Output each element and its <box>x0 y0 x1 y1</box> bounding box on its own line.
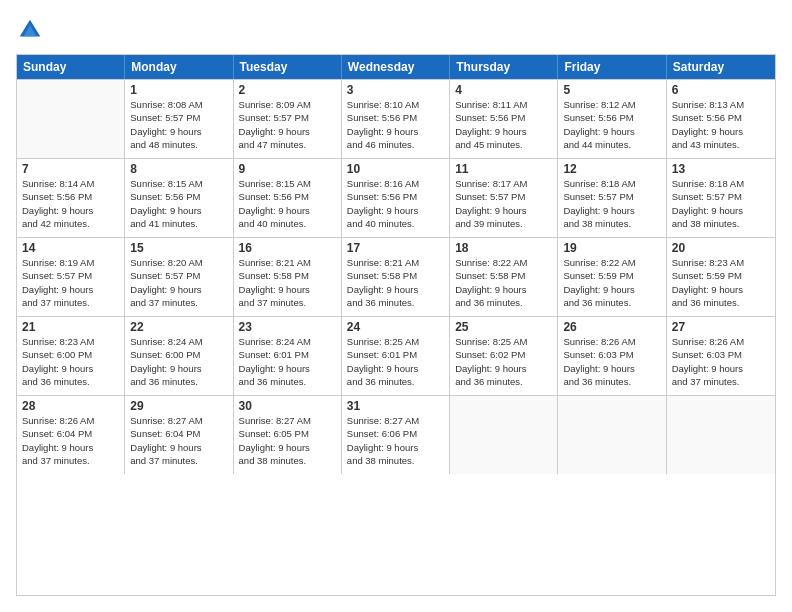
day-number: 31 <box>347 399 444 413</box>
calendar-row-1: 1Sunrise: 8:08 AM Sunset: 5:57 PM Daylig… <box>17 79 775 158</box>
day-cell-20: 20Sunrise: 8:23 AM Sunset: 5:59 PM Dayli… <box>667 238 775 316</box>
day-info: Sunrise: 8:18 AM Sunset: 5:57 PM Dayligh… <box>563 177 660 230</box>
day-cell-15: 15Sunrise: 8:20 AM Sunset: 5:57 PM Dayli… <box>125 238 233 316</box>
day-cell-25: 25Sunrise: 8:25 AM Sunset: 6:02 PM Dayli… <box>450 317 558 395</box>
day-number: 29 <box>130 399 227 413</box>
day-number: 12 <box>563 162 660 176</box>
calendar-row-2: 7Sunrise: 8:14 AM Sunset: 5:56 PM Daylig… <box>17 158 775 237</box>
day-cell-8: 8Sunrise: 8:15 AM Sunset: 5:56 PM Daylig… <box>125 159 233 237</box>
day-info: Sunrise: 8:09 AM Sunset: 5:57 PM Dayligh… <box>239 98 336 151</box>
day-cell-3: 3Sunrise: 8:10 AM Sunset: 5:56 PM Daylig… <box>342 80 450 158</box>
logo-icon <box>16 16 44 44</box>
day-cell-12: 12Sunrise: 8:18 AM Sunset: 5:57 PM Dayli… <box>558 159 666 237</box>
header-day-saturday: Saturday <box>667 55 775 79</box>
calendar-row-3: 14Sunrise: 8:19 AM Sunset: 5:57 PM Dayli… <box>17 237 775 316</box>
day-cell-1: 1Sunrise: 8:08 AM Sunset: 5:57 PM Daylig… <box>125 80 233 158</box>
day-number: 22 <box>130 320 227 334</box>
day-number: 18 <box>455 241 552 255</box>
calendar: SundayMondayTuesdayWednesdayThursdayFrid… <box>16 54 776 596</box>
calendar-header: SundayMondayTuesdayWednesdayThursdayFrid… <box>17 55 775 79</box>
day-cell-18: 18Sunrise: 8:22 AM Sunset: 5:58 PM Dayli… <box>450 238 558 316</box>
day-cell-11: 11Sunrise: 8:17 AM Sunset: 5:57 PM Dayli… <box>450 159 558 237</box>
day-cell-27: 27Sunrise: 8:26 AM Sunset: 6:03 PM Dayli… <box>667 317 775 395</box>
day-cell-17: 17Sunrise: 8:21 AM Sunset: 5:58 PM Dayli… <box>342 238 450 316</box>
day-number: 5 <box>563 83 660 97</box>
day-cell-26: 26Sunrise: 8:26 AM Sunset: 6:03 PM Dayli… <box>558 317 666 395</box>
day-info: Sunrise: 8:27 AM Sunset: 6:05 PM Dayligh… <box>239 414 336 467</box>
day-cell-5: 5Sunrise: 8:12 AM Sunset: 5:56 PM Daylig… <box>558 80 666 158</box>
day-number: 14 <box>22 241 119 255</box>
day-cell-22: 22Sunrise: 8:24 AM Sunset: 6:00 PM Dayli… <box>125 317 233 395</box>
day-cell-28: 28Sunrise: 8:26 AM Sunset: 6:04 PM Dayli… <box>17 396 125 474</box>
day-cell-4: 4Sunrise: 8:11 AM Sunset: 5:56 PM Daylig… <box>450 80 558 158</box>
day-cell-13: 13Sunrise: 8:18 AM Sunset: 5:57 PM Dayli… <box>667 159 775 237</box>
day-number: 23 <box>239 320 336 334</box>
day-info: Sunrise: 8:21 AM Sunset: 5:58 PM Dayligh… <box>347 256 444 309</box>
day-cell-19: 19Sunrise: 8:22 AM Sunset: 5:59 PM Dayli… <box>558 238 666 316</box>
calendar-row-5: 28Sunrise: 8:26 AM Sunset: 6:04 PM Dayli… <box>17 395 775 474</box>
day-number: 27 <box>672 320 770 334</box>
day-number: 10 <box>347 162 444 176</box>
day-cell-2: 2Sunrise: 8:09 AM Sunset: 5:57 PM Daylig… <box>234 80 342 158</box>
day-cell-empty <box>17 80 125 158</box>
calendar-row-4: 21Sunrise: 8:23 AM Sunset: 6:00 PM Dayli… <box>17 316 775 395</box>
day-cell-14: 14Sunrise: 8:19 AM Sunset: 5:57 PM Dayli… <box>17 238 125 316</box>
day-info: Sunrise: 8:10 AM Sunset: 5:56 PM Dayligh… <box>347 98 444 151</box>
day-info: Sunrise: 8:14 AM Sunset: 5:56 PM Dayligh… <box>22 177 119 230</box>
header <box>16 16 776 44</box>
day-cell-empty <box>450 396 558 474</box>
day-cell-7: 7Sunrise: 8:14 AM Sunset: 5:56 PM Daylig… <box>17 159 125 237</box>
day-info: Sunrise: 8:12 AM Sunset: 5:56 PM Dayligh… <box>563 98 660 151</box>
day-info: Sunrise: 8:18 AM Sunset: 5:57 PM Dayligh… <box>672 177 770 230</box>
header-day-sunday: Sunday <box>17 55 125 79</box>
day-info: Sunrise: 8:15 AM Sunset: 5:56 PM Dayligh… <box>239 177 336 230</box>
day-info: Sunrise: 8:22 AM Sunset: 5:58 PM Dayligh… <box>455 256 552 309</box>
day-cell-9: 9Sunrise: 8:15 AM Sunset: 5:56 PM Daylig… <box>234 159 342 237</box>
day-number: 28 <box>22 399 119 413</box>
day-number: 13 <box>672 162 770 176</box>
day-number: 16 <box>239 241 336 255</box>
day-info: Sunrise: 8:26 AM Sunset: 6:03 PM Dayligh… <box>672 335 770 388</box>
day-info: Sunrise: 8:26 AM Sunset: 6:03 PM Dayligh… <box>563 335 660 388</box>
day-info: Sunrise: 8:25 AM Sunset: 6:01 PM Dayligh… <box>347 335 444 388</box>
day-number: 6 <box>672 83 770 97</box>
day-info: Sunrise: 8:27 AM Sunset: 6:06 PM Dayligh… <box>347 414 444 467</box>
day-cell-21: 21Sunrise: 8:23 AM Sunset: 6:00 PM Dayli… <box>17 317 125 395</box>
logo <box>16 16 48 44</box>
day-info: Sunrise: 8:15 AM Sunset: 5:56 PM Dayligh… <box>130 177 227 230</box>
day-info: Sunrise: 8:20 AM Sunset: 5:57 PM Dayligh… <box>130 256 227 309</box>
day-info: Sunrise: 8:24 AM Sunset: 6:01 PM Dayligh… <box>239 335 336 388</box>
day-number: 1 <box>130 83 227 97</box>
day-cell-24: 24Sunrise: 8:25 AM Sunset: 6:01 PM Dayli… <box>342 317 450 395</box>
day-info: Sunrise: 8:21 AM Sunset: 5:58 PM Dayligh… <box>239 256 336 309</box>
day-number: 25 <box>455 320 552 334</box>
day-cell-empty <box>667 396 775 474</box>
day-number: 20 <box>672 241 770 255</box>
day-info: Sunrise: 8:22 AM Sunset: 5:59 PM Dayligh… <box>563 256 660 309</box>
day-cell-empty <box>558 396 666 474</box>
day-info: Sunrise: 8:25 AM Sunset: 6:02 PM Dayligh… <box>455 335 552 388</box>
day-info: Sunrise: 8:17 AM Sunset: 5:57 PM Dayligh… <box>455 177 552 230</box>
day-cell-16: 16Sunrise: 8:21 AM Sunset: 5:58 PM Dayli… <box>234 238 342 316</box>
day-info: Sunrise: 8:26 AM Sunset: 6:04 PM Dayligh… <box>22 414 119 467</box>
day-number: 21 <box>22 320 119 334</box>
day-cell-31: 31Sunrise: 8:27 AM Sunset: 6:06 PM Dayli… <box>342 396 450 474</box>
day-number: 9 <box>239 162 336 176</box>
day-number: 26 <box>563 320 660 334</box>
header-day-thursday: Thursday <box>450 55 558 79</box>
day-number: 3 <box>347 83 444 97</box>
day-number: 11 <box>455 162 552 176</box>
day-info: Sunrise: 8:11 AM Sunset: 5:56 PM Dayligh… <box>455 98 552 151</box>
day-cell-29: 29Sunrise: 8:27 AM Sunset: 6:04 PM Dayli… <box>125 396 233 474</box>
day-number: 30 <box>239 399 336 413</box>
day-cell-10: 10Sunrise: 8:16 AM Sunset: 5:56 PM Dayli… <box>342 159 450 237</box>
day-info: Sunrise: 8:23 AM Sunset: 6:00 PM Dayligh… <box>22 335 119 388</box>
calendar-body: 1Sunrise: 8:08 AM Sunset: 5:57 PM Daylig… <box>17 79 775 474</box>
day-info: Sunrise: 8:13 AM Sunset: 5:56 PM Dayligh… <box>672 98 770 151</box>
day-number: 4 <box>455 83 552 97</box>
header-day-friday: Friday <box>558 55 666 79</box>
header-day-wednesday: Wednesday <box>342 55 450 79</box>
day-info: Sunrise: 8:27 AM Sunset: 6:04 PM Dayligh… <box>130 414 227 467</box>
header-day-monday: Monday <box>125 55 233 79</box>
day-cell-30: 30Sunrise: 8:27 AM Sunset: 6:05 PM Dayli… <box>234 396 342 474</box>
